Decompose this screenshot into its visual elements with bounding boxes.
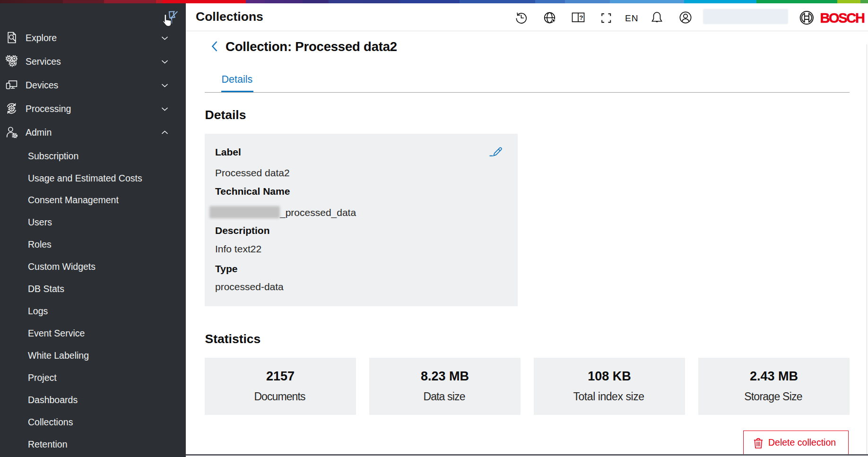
svg-text:?: ?: [579, 14, 583, 21]
